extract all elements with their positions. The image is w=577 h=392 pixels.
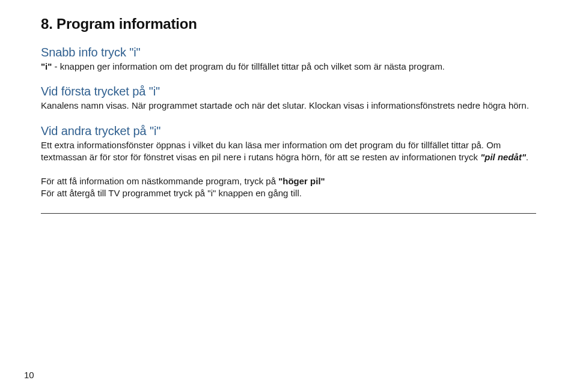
divider [41,213,536,214]
subheading-snabb-info: Snabb info tryck "i" [41,46,536,59]
page-number: 10 [24,370,34,380]
bold-pil-nedat: "pil nedåt" [480,152,526,162]
section-title: 8. Program information [41,16,536,32]
body-forsta-tryck: Kanalens namn visas. När programmet star… [41,100,536,112]
line2-a: För att få information om nästkommande p… [41,176,278,186]
subheading-andra-tryck: Vid andra trycket på "i" [41,124,536,138]
bold-hoger-pil: "höger pil" [278,176,325,186]
body-andra-tail: . [526,152,528,162]
bold-i: "i" [41,61,52,71]
body-andra-a: Ett extra informationsfönster öppnas i v… [41,140,501,162]
body-snabb-info-rest: - knappen ger information om det program… [52,61,445,71]
line3: För att återgå till TV programmet tryck … [41,188,302,198]
body-andra-tryck-2: För att få information om nästkommande p… [41,175,536,200]
subheading-forsta-tryck: Vid första trycket på "i" [41,85,536,98]
body-snabb-info: "i" - knappen ger information om det pro… [41,61,536,73]
body-andra-tryck-1: Ett extra informationsfönster öppnas i v… [41,139,536,164]
